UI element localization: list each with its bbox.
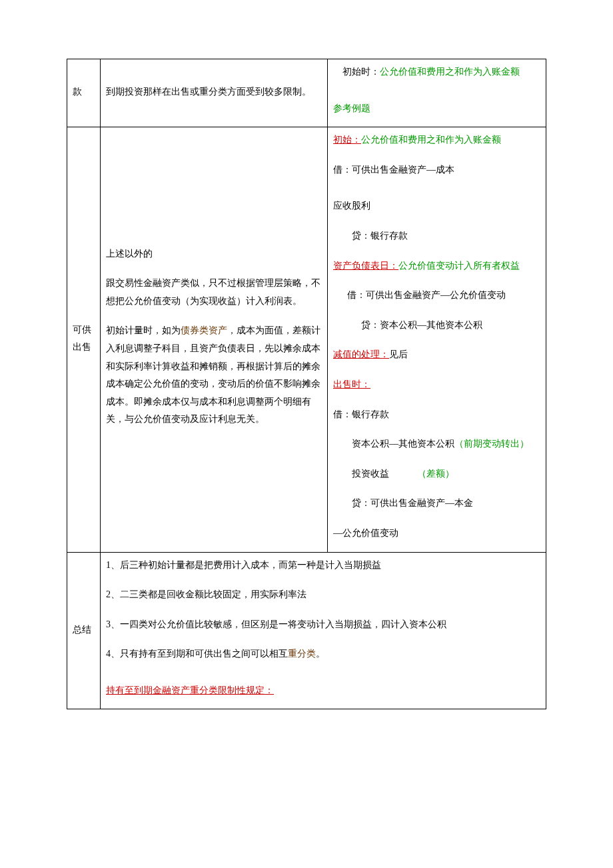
summary-cell: 1、后三种初始计量都是把费用计入成本，而第一种是计入当期损益 2、二三类都是回收…: [101, 552, 546, 709]
table-row: 款 到期投资那样在出售或重分类方面受到较多限制。 初始时：公允价值和费用之和作为…: [67, 59, 546, 127]
paragraph: —公允价值变动: [333, 525, 540, 543]
paragraph: 上述以外的: [106, 245, 322, 263]
description-cell: 上述以外的 跟交易性金融资产类似，只不过根据管理层策略，不想把公允价值变动（为实…: [101, 127, 328, 552]
highlight-text: 重分类: [288, 649, 316, 659]
highlight-text: （差额）: [417, 469, 454, 479]
paragraph: 贷：资本公积—其他资本公积: [333, 317, 540, 335]
text: 4、只有持有至到期和可供出售之间可以相互: [106, 649, 288, 659]
highlight-text: 公允价值变动计入所有者权益: [398, 261, 520, 271]
paragraph: 借：银行存款: [333, 406, 540, 424]
paragraph: 贷：银行存款: [333, 227, 540, 245]
paragraph: 投资收益 （差额）: [333, 465, 540, 483]
highlight-text: 参考例题: [333, 103, 370, 113]
detail-cell: 初始时：公允价值和费用之和作为入账金额 参考例题: [328, 59, 546, 127]
table-row: 可供出售 上述以外的 跟交易性金融资产类似，只不过根据管理层策略，不想把公允价值…: [67, 127, 546, 552]
paragraph: 初始计量时，如为债券类资产，成本为面值，差额计入利息调整子科目，且资产负债表日，…: [106, 322, 322, 429]
paragraph: 借：可供出售金融资产—公允价值变动: [333, 287, 540, 305]
highlight-text: 债券类资产: [181, 325, 227, 335]
paragraph: 减值的处理：见后: [333, 346, 540, 364]
text: 投资收益: [352, 469, 389, 479]
content-table: 款 到期投资那样在出售或重分类方面受到较多限制。 初始时：公允价值和费用之和作为…: [67, 59, 546, 709]
link-text: 资产负债表日：: [333, 261, 398, 271]
paragraph: 资产负债表日：公允价值变动计入所有者权益: [333, 257, 540, 275]
paragraph: 借：可供出售金融资产—成本: [333, 161, 540, 179]
text: 资本公积—其他资本公积: [352, 439, 454, 449]
text: 初始时：: [333, 67, 380, 77]
paragraph: 应收股利: [333, 197, 540, 215]
paragraph: 贷：可供出售金融资产—本金: [333, 495, 540, 513]
text: 到期投资那样在出售或重分类方面受到较多限制。: [106, 87, 311, 97]
paragraph: 2、二三类都是回收金额比较固定，用实际利率法: [106, 586, 540, 604]
paragraph: 初始时：公允价值和费用之和作为入账金额: [333, 63, 540, 81]
category-cell: 可供出售: [67, 127, 101, 552]
table-row: 总结 1、后三种初始计量都是把费用计入成本，而第一种是计入当期损益 2、二三类都…: [67, 552, 546, 709]
paragraph: 持有至到期金融资产重分类限制性规定：: [106, 682, 540, 700]
paragraph: 跟交易性金融资产类似，只不过根据管理层策略，不想把公允价值变动（为实现收益）计入…: [106, 275, 322, 310]
paragraph: 4、只有持有至到期和可供出售之间可以相互重分类。: [106, 645, 540, 663]
description-cell: 到期投资那样在出售或重分类方面受到较多限制。: [101, 59, 328, 127]
link-text: 出售时：: [333, 379, 370, 389]
link-text: 减值的处理：: [333, 349, 389, 359]
category-cell: 总结: [67, 552, 101, 709]
text: ，成本为面值，差额计入利息调整子科目，且资产负债表日，先以摊余成本和实际利率计算…: [106, 325, 320, 424]
paragraph: 参考例题: [333, 100, 540, 118]
paragraph: 3、一四类对公允价值比较敏感，但区别是一将变动计入当期损益，四计入资本公积: [106, 616, 540, 634]
highlight-text: （前期变动转出）: [454, 439, 529, 449]
link-text: 初始：: [333, 135, 361, 145]
highlight-text: 公允价值和费用之和作为入账金额: [380, 67, 520, 77]
link-text: 持有至到期金融资产重分类限制性规定：: [106, 685, 274, 695]
text: 见后: [389, 349, 408, 359]
text: 初始计量时，如为: [106, 325, 181, 335]
paragraph: 出售时：: [333, 376, 540, 394]
paragraph: 1、后三种初始计量都是把费用计入成本，而第一种是计入当期损益: [106, 557, 540, 575]
text: 。: [316, 649, 325, 659]
highlight-text: 公允价值和费用之和作为入账金额: [361, 135, 501, 145]
paragraph: 资本公积—其他资本公积（前期变动转出）: [333, 435, 540, 453]
category-cell: 款: [67, 59, 101, 127]
paragraph: 初始：公允价值和费用之和作为入账金额: [333, 131, 540, 149]
detail-cell: 初始：公允价值和费用之和作为入账金额 借：可供出售金融资产—成本 应收股利 贷：…: [328, 127, 546, 552]
